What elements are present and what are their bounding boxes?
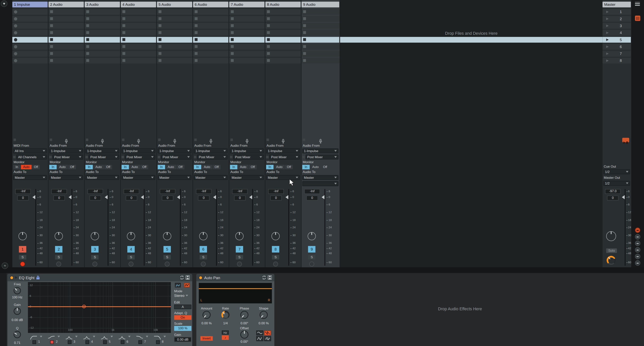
output-chooser[interactable]: Master [194, 175, 228, 180]
clip-stop-button[interactable] [86, 59, 89, 62]
device-chain-area[interactable]: Drop Audio Effects Here EQ Eight Freq 10… [0, 273, 644, 346]
stop-all-clips-icon[interactable] [622, 138, 629, 142]
peak-level-display[interactable]: -Inf [124, 189, 139, 194]
rate-hz-button[interactable]: Hz [222, 331, 229, 335]
clip-slot[interactable] [193, 58, 228, 64]
solo-button[interactable]: S [55, 255, 62, 259]
clip-slot[interactable] [193, 16, 228, 22]
fader-handle[interactable] [69, 195, 72, 199]
mixer-section-toggle-sends[interactable] [635, 234, 640, 239]
clip-stop-button[interactable] [267, 52, 270, 55]
clip-slot[interactable] [85, 51, 120, 57]
clip-slot[interactable] [85, 58, 120, 64]
input-channel-chooser[interactable]: Post Mixer [52, 155, 83, 160]
fader-handle[interactable] [141, 195, 144, 199]
input-chooser[interactable]: 1-Impulse [158, 149, 192, 154]
clip-stop-button[interactable] [231, 10, 234, 13]
clip-slot[interactable] [157, 44, 192, 49]
phase-value[interactable]: 0.00° [235, 322, 253, 325]
clip-slot[interactable] [157, 30, 192, 36]
clip-stop-button[interactable] [303, 38, 306, 41]
clip-stop-button[interactable] [122, 45, 125, 48]
band-shape-chooser[interactable] [154, 334, 162, 339]
scene-slot[interactable]: 6 [602, 44, 631, 49]
menu-icon[interactable] [635, 1, 640, 6]
device-fold-icon[interactable] [15, 276, 17, 279]
clip-slot[interactable] [229, 58, 264, 64]
monitor-off-button[interactable]: Off [104, 165, 112, 169]
clip-slot[interactable] [265, 23, 301, 29]
scene-slot[interactable]: 1 [602, 9, 631, 15]
clip-stop-button[interactable] [267, 59, 270, 62]
clip-slot[interactable] [121, 51, 156, 57]
arm-record-button[interactable] [201, 262, 206, 267]
cue-out-chooser[interactable]: 1/2 [604, 169, 630, 174]
clip-slot[interactable] [12, 37, 48, 43]
clip-slot[interactable] [85, 23, 120, 29]
scene-slot[interactable]: 3 [602, 23, 631, 29]
mixer-section-toggle-mixer[interactable] [635, 247, 640, 253]
clip-slot[interactable] [85, 9, 120, 15]
master-solo-button[interactable]: Solo [606, 248, 617, 253]
clip-stop-button[interactable] [231, 31, 234, 34]
clip-slot[interactable] [48, 23, 84, 29]
clip-slot[interactable] [302, 37, 339, 43]
master-out-chooser[interactable]: 1/2 [604, 181, 630, 186]
device-title-bar[interactable]: EQ Eight [7, 274, 192, 281]
arm-record-button[interactable] [273, 262, 278, 267]
output-chooser[interactable]: Master [122, 175, 155, 180]
output-chooser[interactable]: Master [302, 175, 338, 180]
clip-slot[interactable] [12, 23, 48, 29]
clip-slot[interactable] [85, 44, 120, 49]
clip-stop-button[interactable] [267, 31, 270, 34]
input-channel-chooser[interactable]: Post Mixer [125, 155, 155, 160]
master-peak-display[interactable]: -97.0 [605, 189, 620, 194]
clip-stop-button[interactable] [158, 45, 162, 48]
track-header[interactable]: 9 Audio [302, 2, 339, 7]
clip-record-button[interactable] [14, 17, 17, 20]
amount-knob[interactable] [201, 309, 212, 321]
input-channel-chooser[interactable]: All Channels [16, 155, 47, 160]
shape-knob[interactable] [258, 309, 270, 321]
monitor-off-button[interactable]: Off [32, 165, 40, 169]
master-header[interactable]: Master [602, 2, 631, 7]
peak-level-display[interactable]: -Inf [268, 189, 284, 194]
clip-stop-button[interactable] [303, 17, 306, 20]
band-shape-chooser[interactable] [65, 334, 74, 339]
clip-stop-button[interactable] [231, 38, 234, 41]
clip-slot[interactable] [265, 9, 301, 15]
clip-stop-button[interactable] [303, 10, 306, 13]
clip-slot[interactable] [157, 23, 192, 29]
arm-record-button[interactable] [165, 262, 170, 267]
clip-slot[interactable] [302, 23, 339, 29]
clip-stop-button[interactable] [231, 52, 234, 55]
clip-slot[interactable] [48, 58, 84, 64]
solo-button[interactable]: S [164, 255, 171, 259]
clip-record-button[interactable] [14, 10, 17, 13]
monitor-off-button[interactable]: Off [176, 165, 184, 169]
input-chooser[interactable]: 1-Impulse [86, 149, 119, 154]
live-logo-icon[interactable] [1, 0, 7, 7]
clip-stop-button[interactable] [50, 45, 53, 48]
input-chooser[interactable]: 1-Impulse [302, 149, 338, 154]
clip-stop-button[interactable] [158, 52, 162, 55]
clip-slot[interactable] [121, 16, 156, 22]
volume-display[interactable]: 0 [270, 195, 282, 200]
clip-slot[interactable] [193, 37, 228, 43]
clip-slot[interactable] [265, 30, 301, 36]
clip-stop-button[interactable] [195, 59, 198, 62]
track-activator-button[interactable]: 4 [127, 246, 135, 252]
clip-slot[interactable] [302, 30, 339, 36]
clip-slot[interactable] [229, 30, 264, 36]
clip-slot[interactable] [229, 51, 264, 57]
master-pan-knob[interactable] [606, 231, 616, 241]
monitor-in-button[interactable]: In [122, 165, 129, 169]
clip-slot[interactable] [193, 9, 228, 15]
clip-slot[interactable] [12, 58, 48, 64]
clip-slot[interactable] [12, 16, 48, 22]
clip-stop-button[interactable] [303, 24, 306, 27]
rate-value[interactable]: 1/4 [216, 322, 234, 325]
clip-slot[interactable] [12, 9, 48, 15]
solo-button[interactable]: S [236, 255, 243, 259]
shape-value[interactable]: 0.00 % [255, 322, 273, 325]
